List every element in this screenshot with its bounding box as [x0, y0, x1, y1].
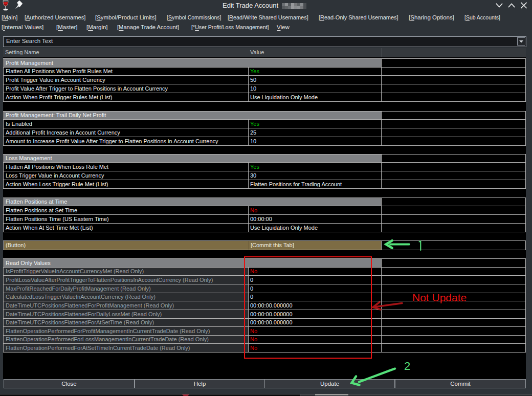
svg-text:2: 2 — [404, 360, 410, 372]
